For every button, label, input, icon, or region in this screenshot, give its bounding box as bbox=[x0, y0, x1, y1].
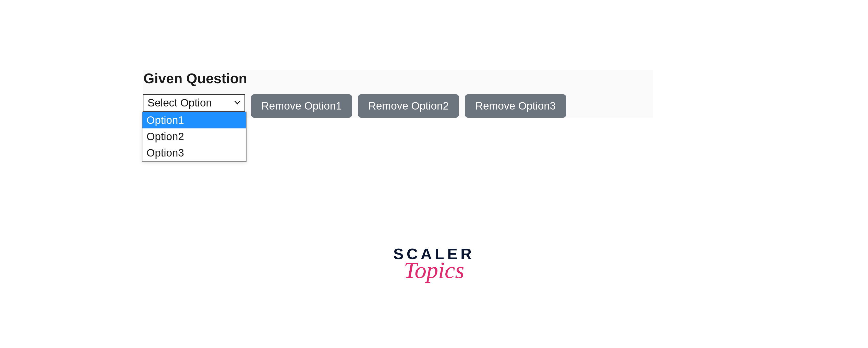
dropdown-option-1[interactable]: Option1 bbox=[143, 112, 246, 128]
remove-option-2-button[interactable]: Remove Option2 bbox=[358, 94, 459, 118]
main-panel: Given Question Select Option Option1 Opt… bbox=[143, 70, 653, 118]
page-title: Given Question bbox=[144, 70, 653, 87]
scaler-topics-logo: SCALER Topics bbox=[393, 245, 475, 284]
chevron-down-icon bbox=[234, 99, 240, 106]
select-dropdown[interactable]: Select Option bbox=[143, 94, 245, 112]
dropdown-option-2[interactable]: Option2 bbox=[143, 128, 246, 145]
dropdown-option-3[interactable]: Option3 bbox=[143, 145, 246, 161]
remove-option-3-button[interactable]: Remove Option3 bbox=[465, 94, 566, 118]
remove-option-1-button[interactable]: Remove Option1 bbox=[251, 94, 352, 118]
logo-topics-text: Topics bbox=[393, 257, 475, 284]
controls-row: Select Option Option1 Option2 Option3 Re… bbox=[143, 94, 653, 118]
dropdown-list: Option1 Option2 Option3 bbox=[142, 112, 247, 162]
select-wrapper: Select Option Option1 Option2 Option3 bbox=[143, 94, 245, 118]
select-label: Select Option bbox=[148, 97, 212, 109]
